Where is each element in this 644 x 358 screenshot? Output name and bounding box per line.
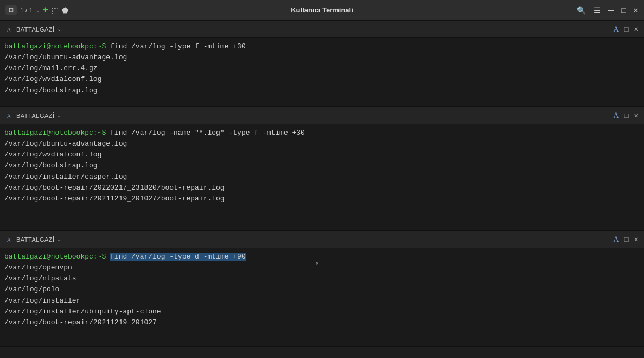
pane-1-command-line: battalgazi@notebookpc:~$ find /var/log -… — [4, 41, 640, 52]
pane-3-title: A BATTALGAZİ ⌄ — [5, 236, 614, 243]
pane-2-chevron[interactable]: ⌄ — [57, 112, 62, 118]
pane-1-header: A BATTALGAZİ ⌄ A □ ✕ — [0, 21, 644, 38]
tab-chevron-icon[interactable]: ⌄ — [36, 7, 39, 14]
pane-2-output-1: /var/log/wvdialconf.log — [4, 149, 640, 160]
svg-text:A: A — [7, 26, 11, 33]
svg-text:A: A — [7, 112, 11, 120]
pane-3-maximize-icon[interactable]: □ — [624, 235, 629, 243]
pane-3-output-0: /var/log/openvpn — [4, 262, 640, 273]
pane-2-terminal-icon: A — [614, 111, 619, 120]
pane-2-output-0: /var/log/ubuntu-advantage.log — [4, 139, 640, 149]
pane-1-output-3: /var/log/bootstrap.log — [4, 85, 640, 96]
close-icon[interactable]: ✕ — [633, 5, 639, 16]
pane-2-output-2: /var/log/bootstrap.log — [4, 160, 640, 171]
pane-2-command-line: battalgazi@notebookpc:~$ find /var/log -… — [4, 128, 640, 139]
svg-text:A: A — [7, 236, 11, 243]
pane-2-title-text: BATTALGAZİ — [16, 112, 55, 119]
search-icon[interactable]: 🔍 — [577, 6, 586, 15]
pane-1-terminal-icon: A — [614, 25, 619, 34]
pane-1-output-2: /var/log/wvdialconf.log — [4, 74, 640, 85]
tab-indicator-icon: ⊞ — [5, 5, 17, 15]
pane-1-prompt: battalgazi@notebookpc:~$ — [4, 42, 106, 51]
new-tab-icon[interactable]: ⬚ — [52, 6, 59, 15]
terminal-pane-2: A BATTALGAZİ ⌄ A □ ✕ battalgazi@notebook… — [0, 107, 644, 231]
pane-3-close-icon[interactable]: ✕ — [634, 235, 639, 244]
pane-2-title: A BATTALGAZİ ⌄ — [5, 112, 614, 120]
pane-2-actions: A □ ✕ — [614, 111, 639, 120]
pane-2-header: A BATTALGAZİ ⌄ A □ ✕ — [0, 107, 644, 124]
terminal-pane-1: A BATTALGAZİ ⌄ A □ ✕ battalgazi@notebook… — [0, 21, 644, 107]
pane-3-command-line: battalgazi@notebookpc:~$ find /var/log -… — [4, 252, 640, 262]
pane-2-output-4: /var/log/boot-repair/20220217_231820/boo… — [4, 183, 640, 193]
pane-3-output-4: /var/log/installer/ubiquity-apt-clone — [4, 306, 640, 317]
pane-2-output-5: /var/log/boot-repair/20211219_201027/boo… — [4, 193, 640, 204]
pane-3-output-5: /var/log/boot-repair/20211219_201027 — [4, 317, 640, 328]
pane-1-actions: A □ ✕ — [614, 24, 639, 34]
terminal-a-icon: A — [5, 26, 13, 33]
window-title: Kullanıcı Terminali — [92, 6, 552, 14]
pane-2-terminal-a-icon: A — [5, 112, 13, 120]
pane-3-terminal-icon: A — [614, 235, 619, 244]
pane-1-maximize-icon[interactable]: □ — [624, 25, 629, 33]
menu-icon[interactable]: ☰ — [594, 6, 601, 15]
minimize-icon[interactable]: ─ — [608, 6, 614, 15]
pane-3-header: A BATTALGAZİ ⌄ A □ ✕ — [0, 231, 644, 248]
pane-3-chevron[interactable]: ⌄ — [57, 236, 62, 242]
tab-numbers: 1 / 1 — [20, 7, 33, 14]
pane-3-prompt: battalgazi@notebookpc:~$ — [4, 253, 106, 261]
pane-3-content[interactable]: battalgazi@notebookpc:~$ find /var/log -… — [0, 248, 644, 346]
pane-3-actions: A □ ✕ — [614, 235, 639, 244]
pane-1-content[interactable]: battalgazi@notebookpc:~$ find /var/log -… — [0, 38, 644, 106]
pane-1-chevron[interactable]: ⌄ — [57, 26, 62, 32]
add-tab-button[interactable]: + — [42, 5, 48, 16]
split-pane-icon[interactable]: ⬟ — [62, 6, 68, 15]
pane-1-close-icon[interactable]: ✕ — [634, 24, 639, 34]
title-bar: ⊞ 1 / 1 ⌄ + ⬚ ⬟ Kullanıcı Terminali 🔍 ☰ … — [0, 0, 644, 21]
title-bar-right: 🔍 ☰ ─ □ ✕ — [552, 5, 639, 16]
pane-3-output-1: /var/log/ntpstats — [4, 273, 640, 284]
pane-2-close-icon[interactable]: ✕ — [634, 111, 639, 120]
pane-1-title: A BATTALGAZİ ⌄ — [5, 26, 614, 33]
pane-2-maximize-icon[interactable]: □ — [624, 111, 629, 120]
pane-3-command: find /var/log -type d -mtime +90 — [110, 253, 246, 261]
pane-1-output-0: /var/log/ubuntu-advantage.log — [4, 52, 640, 63]
pane-2-command: find /var/log -name "*.log" -type f -mti… — [106, 129, 305, 137]
pane-2-content[interactable]: battalgazi@notebookpc:~$ find /var/log -… — [0, 124, 644, 230]
title-bar-left: ⊞ 1 / 1 ⌄ + ⬚ ⬟ — [5, 5, 92, 16]
pane-3-output-2: /var/log/polo — [4, 284, 640, 295]
maximize-icon[interactable]: □ — [621, 6, 626, 15]
pane-1-title-text: BATTALGAZİ — [16, 26, 55, 33]
pane-3-title-text: BATTALGAZİ — [16, 236, 55, 243]
pane-2-prompt: battalgazi@notebookpc:~$ — [4, 129, 106, 137]
pane-1-command: find /var/log -type f -mtime +30 — [106, 42, 245, 51]
pane-1-output-1: /var/log/mail.err.4.gz — [4, 63, 640, 74]
pane-2-output-3: /var/log/installer/casper.log — [4, 172, 640, 183]
pane-3-terminal-a-icon: A — [5, 236, 13, 243]
terminal-pane-3: A BATTALGAZİ ⌄ A □ ✕ battalgazi@notebook… — [0, 231, 644, 347]
pane-3-output-3: /var/log/installer — [4, 296, 640, 306]
